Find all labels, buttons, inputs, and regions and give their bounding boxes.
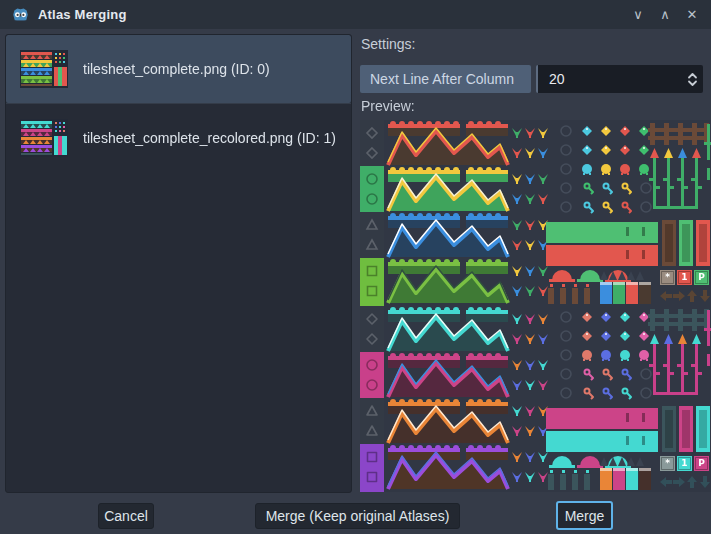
spinbox-updown-icon[interactable] bbox=[681, 68, 703, 90]
dialog-titlebar: Atlas Merging ∨ ∧ ✕ bbox=[0, 0, 711, 29]
next-line-after-column-spinbox[interactable] bbox=[536, 65, 703, 93]
atlas-list-item-0[interactable]: tilesheet_complete.png (ID: 0) bbox=[6, 35, 351, 103]
merge-button[interactable]: Merge bbox=[556, 501, 613, 530]
atlas-thumbnail-1 bbox=[20, 119, 68, 157]
dialog-title: Atlas Merging bbox=[38, 7, 127, 22]
merge-keep-original-button[interactable]: Merge (Keep original Atlases) bbox=[255, 503, 460, 529]
atlas-thumbnail-0 bbox=[20, 50, 68, 88]
settings-heading: Settings: bbox=[361, 36, 415, 52]
next-line-after-column-input[interactable] bbox=[538, 71, 681, 87]
atlas-list-item-1[interactable]: tilesheet_complete_recolored.png (ID: 1) bbox=[6, 103, 351, 171]
window-controls: ∨ ∧ ✕ bbox=[631, 7, 699, 23]
next-line-after-column-label: Next Line After Column bbox=[360, 65, 531, 93]
atlas-list: tilesheet_complete.png (ID: 0) tilesheet… bbox=[5, 34, 352, 493]
window-close-icon[interactable]: ✕ bbox=[685, 7, 699, 23]
window-shade-icon[interactable]: ∨ bbox=[631, 7, 645, 23]
godot-icon bbox=[12, 6, 29, 23]
window-unshade-icon[interactable]: ∧ bbox=[658, 7, 672, 23]
preview-heading: Preview: bbox=[361, 98, 415, 114]
preview-canvas bbox=[360, 120, 711, 492]
atlas-item-label: tilesheet_complete.png (ID: 0) bbox=[83, 61, 270, 77]
atlas-item-label: tilesheet_complete_recolored.png (ID: 1) bbox=[83, 130, 336, 146]
cancel-button[interactable]: Cancel bbox=[98, 503, 154, 529]
